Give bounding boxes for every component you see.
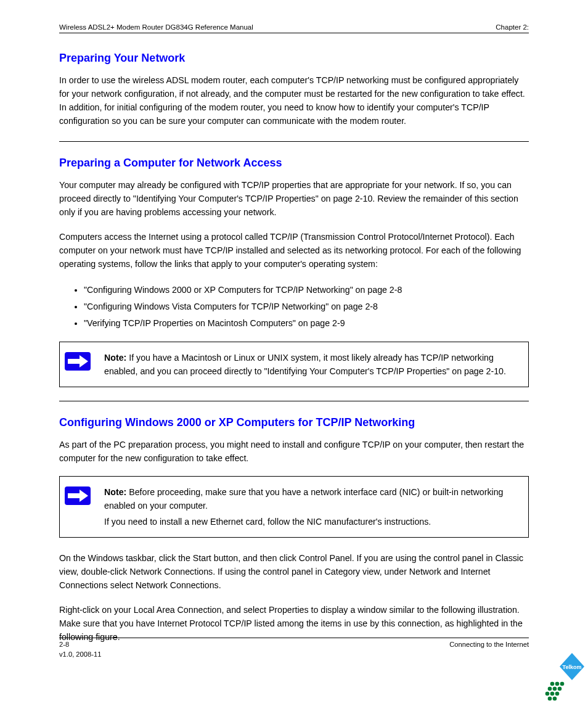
heading-windows-config: Configuring Windows 2000 or XP Computers…: [59, 416, 529, 429]
para-preparing-network: In order to use the wireless ADSL modem …: [59, 73, 529, 128]
para-windows-1: As part of the PC preparation process, y…: [59, 438, 529, 465]
footer-rule: [59, 638, 529, 638]
section-rule-2: [59, 401, 529, 401]
para-windows-2: On the Windows taskbar, click the Start …: [59, 551, 529, 592]
svg-point-10: [560, 682, 565, 686]
header-rule: [59, 33, 529, 33]
section-rule-1: [59, 141, 529, 142]
para-preparing-computer-2: Computers access the Internet using a pr…: [59, 230, 529, 271]
heading-preparing-computer: Preparing a Computer for Network Access: [59, 157, 529, 170]
page-footer: 2-8 Connecting to the Internet v1.0, 200…: [59, 638, 529, 658]
telkom-logo-icon: Telkom: [541, 653, 584, 702]
svg-point-12: [553, 687, 557, 691]
note-label: Note:: [104, 353, 126, 363]
header-chapter: Chapter 2:: [496, 23, 529, 31]
note-extra: If you need to install a new Ethernet ca…: [104, 515, 515, 528]
note-text-2: Note: Before proceeding, make sure that …: [96, 477, 528, 537]
svg-point-15: [550, 692, 555, 696]
svg-point-9: [555, 682, 560, 686]
note-text-1: Note: If you have a Macintosh or Linux o…: [96, 342, 528, 387]
svg-point-13: [558, 687, 562, 691]
svg-point-16: [555, 692, 560, 696]
list-item: "Configuring Windows 2000 or XP Computer…: [84, 282, 529, 298]
note-icon-cell: [60, 342, 96, 387]
arrow-right-icon: [65, 486, 91, 505]
header-manual-title: Wireless ADSL2+ Modem Router DG834G Refe…: [59, 23, 253, 31]
arrow-right-icon: [65, 352, 91, 371]
heading-preparing-network: Preparing Your Network: [59, 52, 529, 65]
list-item: "Verifying TCP/IP Properties on Macintos…: [84, 315, 529, 332]
svg-point-18: [553, 697, 557, 701]
svg-text:Telkom: Telkom: [563, 664, 582, 670]
note-icon-cell: [60, 477, 96, 537]
svg-point-8: [550, 682, 555, 686]
os-link-list: "Configuring Windows 2000 or XP Computer…: [84, 282, 529, 332]
section-windows-config: Configuring Windows 2000 or XP Computers…: [59, 416, 529, 644]
note-box-2: Note: Before proceeding, make sure that …: [59, 476, 529, 538]
footer-version: v1.0, 2008-11: [59, 651, 101, 658]
section-preparing-network: Preparing Your Network In order to use t…: [59, 52, 529, 128]
note-body: Before proceeding, make sure that you ha…: [104, 487, 503, 511]
svg-point-11: [548, 687, 552, 691]
note-box-1: Note: If you have a Macintosh or Linux o…: [59, 342, 529, 387]
note-body: If you have a Macintosh or Linux or UNIX…: [104, 353, 506, 376]
svg-rect-4: [68, 493, 80, 498]
footer-section-title: Connecting to the Internet: [449, 641, 529, 648]
note-label: Note:: [104, 487, 126, 497]
para-preparing-computer-1: Your computer may already be configured …: [59, 178, 529, 219]
footer-page-number: 2-8: [59, 641, 69, 648]
section-preparing-computer: Preparing a Computer for Network Access …: [59, 157, 529, 387]
svg-rect-1: [68, 359, 80, 364]
list-item: "Configuring Windows Vista Computers for…: [84, 298, 529, 315]
svg-point-14: [545, 692, 550, 696]
svg-point-17: [548, 697, 552, 701]
